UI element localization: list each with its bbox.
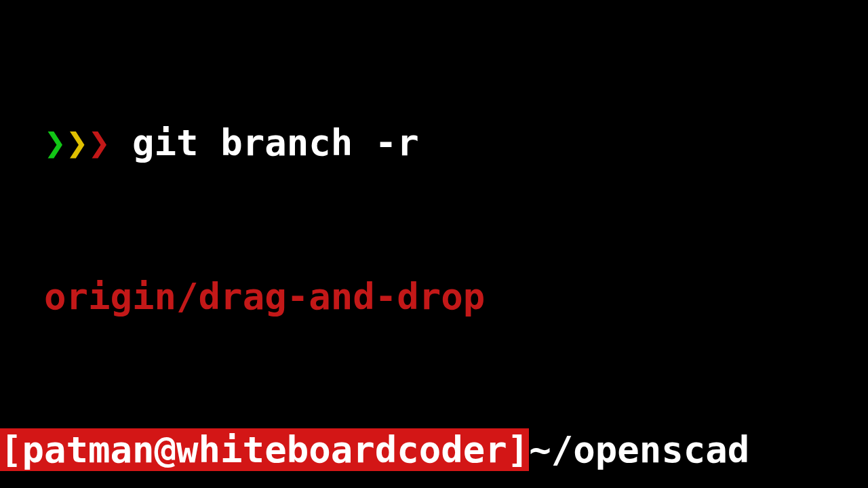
prompt-line-1: [patman@whiteboardcoder]~/openscad — [0, 431, 868, 470]
cwd: ~/openscad — [529, 428, 749, 471]
prev-command: git branch -r — [111, 121, 419, 164]
user-host: [patman@whiteboardcoder] — [0, 428, 529, 471]
prompt-line-prev: ❯❯❯ git branch -r — [0, 124, 868, 163]
prompt-arrow-yellow: ❯ — [66, 121, 89, 164]
remote-branch-line: origin/drag-and-drop — [0, 278, 868, 317]
prompt-arrow-red: ❯ — [88, 121, 111, 164]
prompt-arrow-green: ❯ — [44, 121, 66, 164]
remote-branch: origin/drag-and-drop — [44, 275, 485, 318]
terminal-output[interactable]: ❯❯❯ git branch -r origin/drag-and-drop [… — [0, 0, 868, 488]
